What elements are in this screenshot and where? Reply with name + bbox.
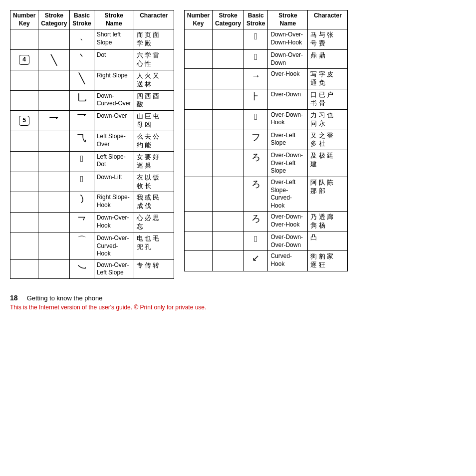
stroke-category — [213, 177, 244, 212]
key-badge-4: 4 — [19, 55, 29, 65]
table-row: 𠃌 Left Slope-Dot 女 要 好巡 巢 — [10, 151, 174, 172]
number-key — [184, 251, 212, 271]
number-key — [184, 130, 212, 150]
stroke-name: Over-Down — [268, 89, 308, 109]
character-cell: 阿 队 陈那 部 — [308, 177, 348, 212]
table-row: 𠄎 Over-Down-Hook 力 习 也同 永 — [184, 109, 348, 130]
stroke-category — [38, 70, 70, 90]
table-row: ⺄ Left Slope-Over 么 去 公约 能 — [10, 131, 174, 152]
table-row: ㇃ Down-Over-Left Slope 专 传 转 — [10, 259, 174, 278]
stroke-name: Curved-Hook — [268, 251, 308, 271]
basic-stroke: ㇃ — [70, 259, 94, 278]
left-table: NumberKey StrokeCategory BasicStroke Str… — [10, 10, 174, 279]
number-key — [184, 89, 212, 109]
table-row: 𠄌 Down-Over-Down-Hook 马 与 张号 费 — [184, 29, 348, 50]
table-row: ⺂ Down-Over-Hook 心 必 思忘 — [10, 213, 174, 233]
table-row: ㇁ Right Slope-Hook 我 或 民成 伐 — [10, 192, 174, 213]
table-row: ろ Over-Down-Over-Hook 乃 透 廊隽 杨 — [184, 212, 348, 232]
number-key — [10, 259, 38, 278]
stroke-category — [38, 233, 70, 260]
table-row: フ Over-Left Slope 又 之 登多 社 — [184, 130, 348, 150]
table-row: ⺊ Over-Down 口 已 户书 骨 — [184, 89, 348, 109]
character-cell: 么 去 公约 能 — [134, 131, 174, 152]
table-row: 4 ╲ 丶 Dot 六 学 雷心 性 — [10, 49, 174, 70]
basic-stroke: 乛 — [70, 111, 94, 131]
stroke-name: Over-Down-Over-Left Slope — [268, 150, 308, 177]
table-row: ろ Over-Left Slope-Curved-Hook 阿 队 陈那 部 — [184, 177, 348, 212]
left-header-basic: BasicStroke — [70, 10, 94, 29]
stroke-name: Down-Over-Left Slope — [94, 259, 134, 278]
table-row: ろ Over-Down-Over-Left Slope 及 极 廷建 — [184, 150, 348, 177]
basic-stroke: フ — [244, 130, 268, 150]
stroke-category — [213, 150, 244, 177]
stroke-category — [213, 49, 244, 68]
character-cell: 而 页 面学 殿 — [134, 29, 174, 50]
stroke-name: Over-Down-Over-Hook — [268, 212, 308, 232]
stroke-category — [38, 131, 70, 152]
stroke-category — [213, 89, 244, 109]
stroke-category — [213, 232, 244, 251]
basic-stroke: ╲ — [70, 70, 94, 90]
stroke-category — [38, 172, 70, 192]
basic-stroke: ⺂ — [70, 213, 94, 233]
stroke-category — [38, 29, 70, 50]
basic-stroke: → — [244, 69, 268, 89]
number-key — [10, 151, 38, 172]
right-header-number: NumberKey — [184, 10, 212, 29]
number-key — [184, 177, 212, 212]
right-header-stroke-cat: StrokeCategory — [213, 10, 244, 29]
table-row: ↙ Curved-Hook 狗 豹 家逐 狂 — [184, 251, 348, 271]
left-header-char: Character — [134, 10, 174, 29]
character-cell: 电 也 毛兜 孔 — [134, 233, 174, 260]
stroke-name: Right Slope-Hook — [94, 192, 134, 213]
basic-stroke: 𠃊 — [70, 172, 94, 192]
stroke-category — [213, 130, 244, 150]
character-cell: 衣 以 饭收 长 — [134, 172, 174, 192]
basic-stroke: ⺄ — [70, 131, 94, 152]
stroke-name: Over-Down-Hook — [268, 109, 308, 130]
number-key — [10, 29, 38, 50]
number-key — [184, 109, 212, 130]
basic-stroke: 丶 — [70, 49, 94, 70]
table-row: 𠄎 Down-Over-Down 鼎 鼎 — [184, 49, 348, 68]
stroke-name: Over-Down-Over-Down — [268, 232, 308, 251]
stroke-category — [38, 259, 70, 278]
character-cell: 及 极 廷建 — [308, 150, 348, 177]
key-badge-5: 5 — [19, 116, 29, 126]
right-table: NumberKey StrokeCategory BasicStroke Str… — [184, 10, 348, 271]
table-row: 𠃊 Down-Lift 衣 以 饭收 长 — [10, 172, 174, 192]
basic-stroke: ˎ — [70, 29, 94, 50]
stroke-name: Down-Over — [94, 111, 134, 131]
character-cell: 鼎 鼎 — [308, 49, 348, 68]
left-header-stroke-cat: StrokeCategory — [38, 10, 70, 29]
character-cell: 六 学 雷心 性 — [134, 49, 174, 70]
number-key — [184, 69, 212, 89]
basic-stroke: 𠄍 — [244, 232, 268, 251]
stroke-name: Down-Lift — [94, 172, 134, 192]
basic-stroke: ろ — [244, 150, 268, 177]
stroke-name: Over-Hook — [268, 69, 308, 89]
stroke-name: Down-Over-Hook — [94, 213, 134, 233]
table-row: ˎ Short left Slope 而 页 面学 殿 — [10, 29, 174, 50]
basic-stroke: ↙ — [244, 251, 268, 271]
stroke-category — [213, 109, 244, 130]
number-key — [10, 172, 38, 192]
page-info: 18 Getting to know the phone — [10, 294, 466, 302]
stroke-name: Left Slope-Over — [94, 131, 134, 152]
number-key — [184, 212, 212, 232]
table-row: ⌒ Down-Over-Curved-Hook 电 也 毛兜 孔 — [10, 233, 174, 260]
stroke-name: Dot — [94, 49, 134, 70]
character-cell: 狗 豹 家逐 狂 — [308, 251, 348, 271]
stroke-category — [38, 151, 70, 172]
number-key — [10, 131, 38, 152]
character-cell: 口 已 户书 骨 — [308, 89, 348, 109]
left-header-number: NumberKey — [10, 10, 38, 29]
stroke-category — [38, 192, 70, 213]
right-header-char: Character — [308, 10, 348, 29]
character-cell: 马 与 张号 费 — [308, 29, 348, 50]
table-row: ╲ Right Slope 人 火 又送 林 — [10, 70, 174, 90]
page-content: NumberKey StrokeCategory BasicStroke Str… — [10, 10, 466, 311]
number-key — [184, 49, 212, 68]
right-header-stroke-name: StrokeName — [268, 10, 308, 29]
right-header-basic: BasicStroke — [244, 10, 268, 29]
